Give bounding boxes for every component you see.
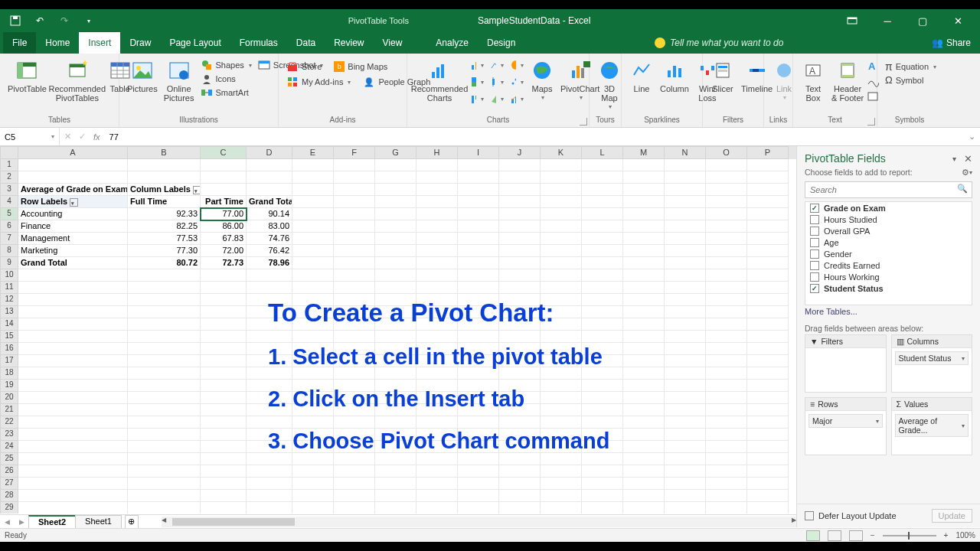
cell[interactable]: 74.76: [247, 233, 292, 245]
rows-pill[interactable]: Major: [808, 414, 883, 428]
cell[interactable]: [292, 502, 334, 514]
cell[interactable]: [623, 184, 665, 196]
cell[interactable]: [18, 318, 128, 331]
cell[interactable]: [128, 429, 201, 441]
cell[interactable]: [665, 245, 706, 257]
cell[interactable]: 72.73: [201, 257, 247, 269]
cell[interactable]: [201, 416, 247, 429]
cell[interactable]: [747, 380, 789, 392]
cell[interactable]: [416, 502, 458, 514]
row-header[interactable]: 21: [0, 404, 18, 416]
cell[interactable]: [201, 343, 247, 355]
cell[interactable]: [416, 208, 458, 220]
cell[interactable]: [18, 441, 128, 453]
cell[interactable]: [128, 269, 201, 282]
undo-icon[interactable]: ↶: [31, 11, 49, 30]
cell[interactable]: [416, 233, 458, 245]
cell[interactable]: [247, 478, 292, 490]
cell[interactable]: [292, 269, 334, 282]
cell[interactable]: [582, 233, 623, 245]
cell[interactable]: [706, 269, 747, 282]
cell[interactable]: 83.00: [247, 220, 292, 233]
cell[interactable]: [499, 196, 541, 208]
cell[interactable]: [623, 367, 665, 380]
cell[interactable]: [499, 233, 541, 245]
cell[interactable]: 67.83: [201, 233, 247, 245]
cell[interactable]: [747, 367, 789, 380]
select-all-corner[interactable]: [0, 146, 18, 159]
cell[interactable]: [747, 416, 789, 429]
cell[interactable]: [499, 478, 541, 490]
cell[interactable]: Accounting: [18, 208, 128, 220]
cell[interactable]: [706, 294, 747, 306]
cell[interactable]: [334, 478, 375, 490]
cell[interactable]: [747, 245, 789, 257]
cell[interactable]: [247, 490, 292, 502]
cell[interactable]: [706, 245, 747, 257]
row-header[interactable]: 28: [0, 490, 18, 502]
cell[interactable]: [582, 257, 623, 269]
cell[interactable]: [541, 184, 582, 196]
cell[interactable]: [706, 282, 747, 294]
chart-surface-icon[interactable]: [487, 90, 507, 107]
checkbox[interactable]: ✓: [810, 204, 819, 213]
column-header[interactable]: P: [747, 146, 789, 159]
cell[interactable]: [499, 502, 541, 514]
cell[interactable]: [128, 171, 201, 184]
cell[interactable]: [706, 196, 747, 208]
cell[interactable]: [128, 318, 201, 331]
cell[interactable]: [706, 208, 747, 220]
cell[interactable]: [18, 429, 128, 441]
cell[interactable]: [334, 269, 375, 282]
cell[interactable]: [334, 184, 375, 196]
cell[interactable]: [201, 429, 247, 441]
minimize-icon[interactable]: ─: [870, 9, 905, 32]
cell[interactable]: [499, 257, 541, 269]
cell[interactable]: [665, 184, 706, 196]
update-button[interactable]: Update: [932, 509, 972, 523]
cell[interactable]: [706, 220, 747, 233]
cell[interactable]: [458, 245, 499, 257]
cell[interactable]: [665, 220, 706, 233]
save-icon[interactable]: [6, 11, 24, 30]
cell[interactable]: [458, 220, 499, 233]
cell[interactable]: [706, 355, 747, 367]
shapes-button[interactable]: Shapes: [198, 58, 255, 72]
qat-customize-icon[interactable]: ▾: [80, 11, 98, 30]
cell[interactable]: [623, 453, 665, 465]
column-header[interactable]: G: [375, 146, 416, 159]
chart-combo-icon[interactable]: [507, 90, 527, 107]
chart-scatter-icon[interactable]: [507, 73, 527, 90]
cell[interactable]: [499, 220, 541, 233]
cell[interactable]: [375, 220, 416, 233]
cell[interactable]: [334, 171, 375, 184]
cell[interactable]: [416, 257, 458, 269]
cell[interactable]: [18, 478, 128, 490]
cell[interactable]: [375, 171, 416, 184]
cell[interactable]: [747, 269, 789, 282]
field-item[interactable]: Hours Working: [805, 271, 972, 282]
cell[interactable]: [201, 465, 247, 478]
cell[interactable]: [375, 502, 416, 514]
cell[interactable]: [201, 294, 247, 306]
rows-area[interactable]: ≡Rows Major: [805, 397, 887, 455]
cell[interactable]: [247, 282, 292, 294]
slicer-button[interactable]: Slicer: [707, 57, 738, 95]
row-header[interactable]: 6: [0, 220, 18, 233]
cell[interactable]: [706, 453, 747, 465]
header-footer-button[interactable]: Header & Footer: [828, 57, 867, 104]
cell[interactable]: [623, 355, 665, 367]
column-header[interactable]: F: [334, 146, 375, 159]
cell[interactable]: [499, 208, 541, 220]
columns-area[interactable]: ▥Columns Student Status: [891, 334, 973, 393]
cell[interactable]: [292, 220, 334, 233]
cell[interactable]: [201, 392, 247, 404]
cell[interactable]: [416, 159, 458, 171]
cell[interactable]: [201, 367, 247, 380]
panel-close-icon[interactable]: ✕: [964, 153, 972, 165]
cell[interactable]: [201, 453, 247, 465]
cell[interactable]: [458, 208, 499, 220]
tab-nav-prev-icon[interactable]: ◀: [0, 518, 15, 526]
cell[interactable]: [416, 282, 458, 294]
cell[interactable]: [292, 208, 334, 220]
